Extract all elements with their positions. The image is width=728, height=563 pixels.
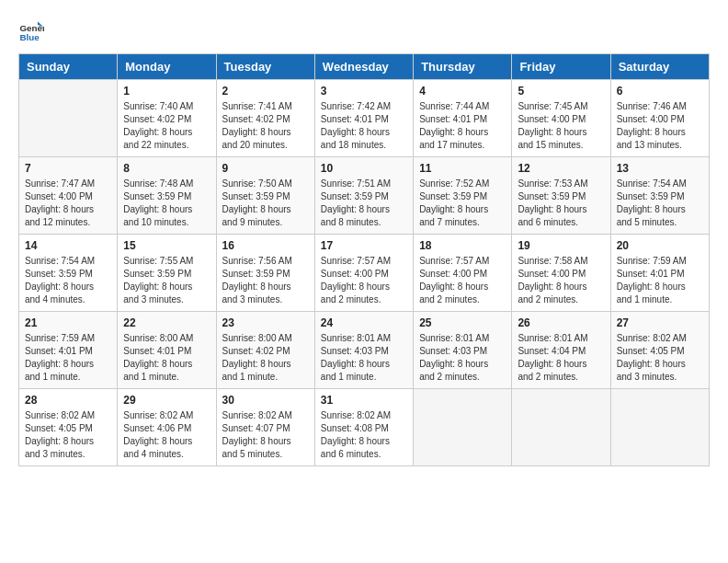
page-header: General Blue — [18, 18, 710, 44]
calendar-cell: 20Sunrise: 7:59 AMSunset: 4:01 PMDayligh… — [610, 235, 709, 312]
column-header-saturday: Saturday — [610, 54, 709, 80]
calendar-cell: 27Sunrise: 8:02 AMSunset: 4:05 PMDayligh… — [610, 312, 709, 389]
column-header-friday: Friday — [512, 54, 610, 80]
day-info: Sunrise: 7:42 AMSunset: 4:01 PMDaylight:… — [321, 100, 407, 152]
day-number: 15 — [123, 239, 210, 252]
calendar-cell: 25Sunrise: 8:01 AMSunset: 4:03 PMDayligh… — [414, 312, 512, 389]
column-header-monday: Monday — [118, 54, 216, 80]
column-header-thursday: Thursday — [414, 54, 512, 80]
calendar-cell: 12Sunrise: 7:53 AMSunset: 3:59 PMDayligh… — [512, 157, 610, 235]
day-info: Sunrise: 7:54 AMSunset: 3:59 PMDaylight:… — [617, 178, 703, 229]
calendar-cell: 8Sunrise: 7:48 AMSunset: 3:59 PMDaylight… — [118, 157, 216, 235]
day-number: 10 — [321, 162, 407, 175]
day-number: 29 — [123, 394, 210, 407]
day-number: 27 — [617, 316, 703, 329]
calendar-cell — [414, 389, 512, 466]
day-info: Sunrise: 7:56 AMSunset: 3:59 PMDaylight:… — [222, 255, 309, 306]
day-info: Sunrise: 7:57 AMSunset: 4:00 PMDaylight:… — [419, 255, 506, 306]
day-info: Sunrise: 7:47 AMSunset: 4:00 PMDaylight:… — [25, 178, 111, 229]
day-number: 16 — [222, 239, 309, 252]
day-number: 14 — [25, 239, 111, 252]
day-info: Sunrise: 7:41 AMSunset: 4:02 PMDaylight:… — [222, 100, 309, 152]
day-number: 19 — [518, 239, 604, 252]
calendar-cell — [610, 389, 709, 466]
calendar-week-row: 1Sunrise: 7:40 AMSunset: 4:02 PMDaylight… — [19, 80, 710, 157]
calendar-cell: 11Sunrise: 7:52 AMSunset: 3:59 PMDayligh… — [414, 157, 512, 235]
day-number: 4 — [419, 85, 506, 98]
calendar-cell: 16Sunrise: 7:56 AMSunset: 3:59 PMDayligh… — [216, 235, 314, 312]
calendar-cell: 13Sunrise: 7:54 AMSunset: 3:59 PMDayligh… — [610, 157, 709, 235]
calendar-cell: 17Sunrise: 7:57 AMSunset: 4:00 PMDayligh… — [314, 235, 413, 312]
calendar-cell: 7Sunrise: 7:47 AMSunset: 4:00 PMDaylight… — [19, 157, 118, 235]
calendar-cell: 23Sunrise: 8:00 AMSunset: 4:02 PMDayligh… — [216, 312, 314, 389]
day-number: 23 — [222, 316, 309, 329]
day-info: Sunrise: 8:02 AMSunset: 4:05 PMDaylight:… — [25, 409, 111, 461]
day-info: Sunrise: 7:46 AMSunset: 4:00 PMDaylight:… — [617, 100, 703, 152]
calendar-cell: 5Sunrise: 7:45 AMSunset: 4:00 PMDaylight… — [512, 80, 610, 157]
calendar-cell: 10Sunrise: 7:51 AMSunset: 3:59 PMDayligh… — [314, 157, 413, 235]
day-number: 11 — [419, 162, 506, 175]
column-header-tuesday: Tuesday — [216, 54, 314, 80]
day-number: 24 — [321, 316, 407, 329]
calendar-cell: 6Sunrise: 7:46 AMSunset: 4:00 PMDaylight… — [610, 80, 709, 157]
day-number: 13 — [617, 162, 703, 175]
svg-text:Blue: Blue — [19, 32, 40, 42]
day-info: Sunrise: 8:02 AMSunset: 4:06 PMDaylight:… — [123, 409, 210, 461]
day-info: Sunrise: 7:58 AMSunset: 4:00 PMDaylight:… — [518, 255, 604, 306]
day-number: 31 — [321, 394, 407, 407]
column-header-sunday: Sunday — [19, 54, 118, 80]
calendar-table: SundayMondayTuesdayWednesdayThursdayFrid… — [18, 53, 710, 466]
day-info: Sunrise: 8:01 AMSunset: 4:03 PMDaylight:… — [321, 332, 407, 384]
day-info: Sunrise: 7:45 AMSunset: 4:00 PMDaylight:… — [518, 100, 604, 152]
day-number: 30 — [222, 394, 309, 407]
calendar-header-row: SundayMondayTuesdayWednesdayThursdayFrid… — [19, 54, 710, 80]
day-info: Sunrise: 7:52 AMSunset: 3:59 PMDaylight:… — [419, 178, 506, 229]
day-info: Sunrise: 7:48 AMSunset: 3:59 PMDaylight:… — [123, 178, 210, 229]
day-number: 26 — [518, 316, 604, 329]
calendar-cell: 22Sunrise: 8:00 AMSunset: 4:01 PMDayligh… — [118, 312, 216, 389]
day-info: Sunrise: 7:54 AMSunset: 3:59 PMDaylight:… — [25, 255, 111, 306]
day-number: 3 — [321, 85, 407, 98]
day-number: 5 — [518, 85, 604, 98]
calendar-cell: 28Sunrise: 8:02 AMSunset: 4:05 PMDayligh… — [19, 389, 118, 466]
calendar-cell: 3Sunrise: 7:42 AMSunset: 4:01 PMDaylight… — [314, 80, 413, 157]
day-number: 7 — [25, 162, 111, 175]
calendar-cell: 1Sunrise: 7:40 AMSunset: 4:02 PMDaylight… — [118, 80, 216, 157]
day-info: Sunrise: 7:57 AMSunset: 4:00 PMDaylight:… — [321, 255, 407, 306]
day-info: Sunrise: 7:50 AMSunset: 3:59 PMDaylight:… — [222, 178, 309, 229]
day-info: Sunrise: 8:02 AMSunset: 4:07 PMDaylight:… — [222, 409, 309, 461]
day-number: 6 — [617, 85, 703, 98]
calendar-cell: 24Sunrise: 8:01 AMSunset: 4:03 PMDayligh… — [314, 312, 413, 389]
logo: General Blue — [18, 18, 48, 44]
column-header-wednesday: Wednesday — [314, 54, 413, 80]
calendar-cell: 18Sunrise: 7:57 AMSunset: 4:00 PMDayligh… — [414, 235, 512, 312]
day-number: 20 — [617, 239, 703, 252]
day-number: 17 — [321, 239, 407, 252]
calendar-week-row: 28Sunrise: 8:02 AMSunset: 4:05 PMDayligh… — [19, 389, 710, 466]
calendar-cell: 9Sunrise: 7:50 AMSunset: 3:59 PMDaylight… — [216, 157, 314, 235]
calendar-cell: 2Sunrise: 7:41 AMSunset: 4:02 PMDaylight… — [216, 80, 314, 157]
calendar-cell: 21Sunrise: 7:59 AMSunset: 4:01 PMDayligh… — [19, 312, 118, 389]
day-number: 1 — [123, 85, 210, 98]
calendar-cell: 26Sunrise: 8:01 AMSunset: 4:04 PMDayligh… — [512, 312, 610, 389]
day-info: Sunrise: 8:01 AMSunset: 4:03 PMDaylight:… — [419, 332, 506, 384]
calendar-cell: 19Sunrise: 7:58 AMSunset: 4:00 PMDayligh… — [512, 235, 610, 312]
day-info: Sunrise: 8:02 AMSunset: 4:05 PMDaylight:… — [617, 332, 703, 384]
day-info: Sunrise: 8:00 AMSunset: 4:02 PMDaylight:… — [222, 332, 309, 384]
day-number: 2 — [222, 85, 309, 98]
day-info: Sunrise: 8:01 AMSunset: 4:04 PMDaylight:… — [518, 332, 604, 384]
logo-icon: General Blue — [18, 18, 44, 44]
calendar-cell: 14Sunrise: 7:54 AMSunset: 3:59 PMDayligh… — [19, 235, 118, 312]
day-number: 22 — [123, 316, 210, 329]
day-info: Sunrise: 7:44 AMSunset: 4:01 PMDaylight:… — [419, 100, 506, 152]
calendar-cell: 15Sunrise: 7:55 AMSunset: 3:59 PMDayligh… — [118, 235, 216, 312]
day-number: 18 — [419, 239, 506, 252]
calendar-week-row: 21Sunrise: 7:59 AMSunset: 4:01 PMDayligh… — [19, 312, 710, 389]
calendar-cell: 31Sunrise: 8:02 AMSunset: 4:08 PMDayligh… — [314, 389, 413, 466]
day-info: Sunrise: 7:40 AMSunset: 4:02 PMDaylight:… — [123, 100, 210, 152]
calendar-cell — [512, 389, 610, 466]
day-info: Sunrise: 7:59 AMSunset: 4:01 PMDaylight:… — [617, 255, 703, 306]
day-number: 28 — [25, 394, 111, 407]
day-number: 25 — [419, 316, 506, 329]
day-info: Sunrise: 7:55 AMSunset: 3:59 PMDaylight:… — [123, 255, 210, 306]
